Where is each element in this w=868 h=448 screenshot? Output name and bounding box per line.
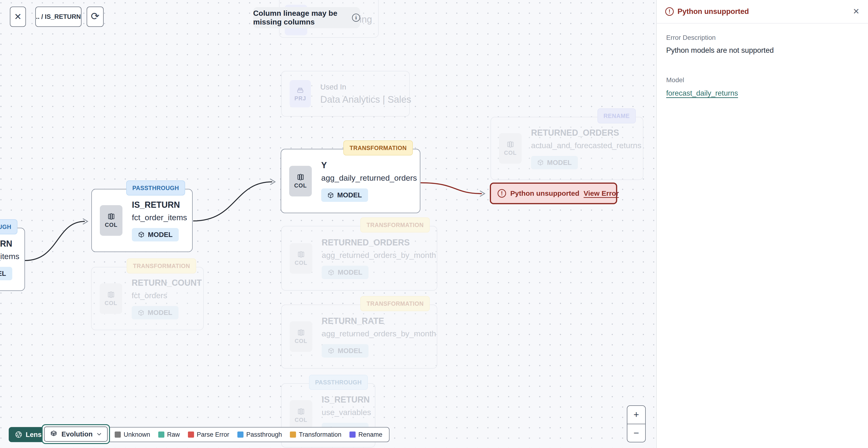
cube-icon [138,309,144,316]
node-subtitle: Data Analytics | Sales [320,93,411,105]
iconbox-label: COL [105,222,118,228]
close-lineage-button[interactable]: ✕ [10,7,26,27]
panel-body: Error Description Python models are not … [657,24,868,108]
iconbox-label: COL [294,182,307,189]
legend-item-transformation: Transformation [290,431,341,438]
model-chip-label: MODEL [547,159,572,167]
lens-badge: RENAME [597,108,636,123]
model-chip-label: MODEL [148,231,173,239]
iconbox-label: COL [504,150,517,156]
panel-close-button[interactable]: ✕ [853,7,860,16]
column-iconbox: COL [499,133,522,164]
model-link[interactable]: forecast_daily_returns [666,89,738,97]
model-chip-label: MODEL [148,309,173,317]
model-chip: MODEL [322,266,369,279]
node-is-return-fct-order-items[interactable]: PASSTHROUGH COL IS_RETURN fct_order_item… [91,189,193,252]
alert-icon: ! [498,189,506,198]
legend-label: Rename [359,431,382,438]
lens-badge: PASSTHROUGH [0,219,18,234]
node-used-in-sales[interactable]: PRJ Used In Data Analytics | Sales [281,71,410,117]
node-subtitle: fct_orders [132,291,167,300]
cube-icon [138,231,145,238]
model-chip: MODEL [0,267,12,280]
project-iconbox: PRJ [290,80,311,108]
model-label: Model [666,76,859,84]
lens-badge: TRANSFORMATION [360,217,430,233]
node-returned-orders-monthly[interactable]: TRANSFORMATION COL RETURNED_ORDERS agg_r… [281,226,437,291]
model-chip-label: MODEL [0,270,6,277]
legend-item-raw: Raw [158,431,180,438]
node-title: Y [321,160,327,171]
edge-isreturn-to-daily [193,182,272,221]
model-chip-label: MODEL [338,347,363,355]
model-chip: MODEL [322,344,369,358]
arrowhead-icon [480,191,485,197]
panel-title: Python unsupported [678,7,749,16]
alert-icon: ! [665,7,674,16]
legend-swatch [349,431,355,438]
node-subtitle: use_variables [322,407,371,417]
lens-badge: TRANSFORMATION [127,259,196,273]
column-icon [506,141,514,148]
project-icon [296,86,304,94]
cube-icon [537,159,544,166]
close-icon: ✕ [14,11,22,22]
model-chip: MODEL [321,188,368,202]
node-title: RETURN_COUNT [132,278,202,288]
iconbox-label: COL [294,338,307,345]
iconbox-label: COL [104,300,117,306]
panel-header: ! Python unsupported ✕ [657,0,868,24]
node-is-return-offscreen[interactable]: PASSTHROUGH COL IS_RETURN fct_order_item… [0,228,25,291]
error-chip-python-unsupported[interactable]: ! Python unsupported View Error [490,183,617,204]
legend-item-parse-error: Parse Error [188,431,229,438]
node-return-count[interactable]: TRANSFORMATION COL RETURN_COUNT fct_orde… [91,267,204,330]
column-icon [107,291,115,298]
node-title: IS_RETURN [0,239,12,249]
info-icon[interactable]: i [352,14,360,22]
node-subtitle: fct_order_items [0,251,19,261]
model-chip: MODEL [132,306,179,319]
legend-swatch [290,431,296,438]
node-subtitle: actual_and_forecasted_returns [531,140,642,150]
legend-label: Unknown [124,431,150,438]
column-iconbox: COL [100,283,122,314]
node-title: Used In [320,82,346,92]
edge-left-to-isreturn [25,221,85,261]
model-chip: MODEL [531,156,578,169]
iconbox-label: COL [294,417,307,423]
legend-swatch [188,431,194,438]
error-detail-panel: ! Python unsupported ✕ Error Description… [656,0,868,448]
lineage-canvas[interactable]: PRJ eting PRJ Used In Data Analytics | S… [0,0,656,448]
column-icon [297,250,305,258]
zoom-out-button[interactable]: − [627,424,645,442]
model-chip-label: MODEL [338,269,363,276]
node-subtitle: agg_returned_orders_by_month [322,250,436,260]
lens-badge: TRANSFORMATION [343,140,413,155]
lens-badge: TRANSFORMATION [360,296,430,311]
iconbox-label: COL [294,260,307,266]
refresh-button[interactable]: ⟳ [87,7,103,27]
lens-legend: Unknown Raw Parse Error Passthrough Tran… [107,427,390,442]
lens-selector-dropdown[interactable]: Evolution [42,424,110,444]
cube-icon [328,348,334,354]
model-chip-label: MODEL [337,191,362,199]
legend-label: Passthrough [246,431,282,438]
lens-badge: PASSTHROUGH [126,180,185,196]
column-iconbox: COL [290,243,312,274]
node-y-agg-daily-returned-orders[interactable]: TRANSFORMATION COL Y agg_daily_returned_… [281,149,420,213]
node-title: RETURNED_ORDERS [322,237,410,248]
chevron-down-icon [96,431,102,437]
legend-swatch [237,431,244,438]
column-iconbox: COL [290,400,312,431]
breadcrumb[interactable]: .. / IS_RETURN [35,7,82,27]
node-returned-orders-forecast[interactable]: RENAME COL RETURNED_ORDERS actual_and_fo… [491,117,643,180]
node-return-rate[interactable]: TRANSFORMATION COL RETURN_RATE agg_retur… [281,304,437,369]
column-icon [297,173,304,181]
legend-item-passthrough: Passthrough [237,431,282,438]
zoom-controls: + − [627,406,646,442]
node-subtitle: fct_order_items [132,212,187,222]
iconbox-label: PRJ [294,95,306,102]
error-chip-text: Python unsupported [510,189,579,198]
zoom-in-button[interactable]: + [627,406,645,424]
view-error-link[interactable]: View Error [584,189,619,198]
